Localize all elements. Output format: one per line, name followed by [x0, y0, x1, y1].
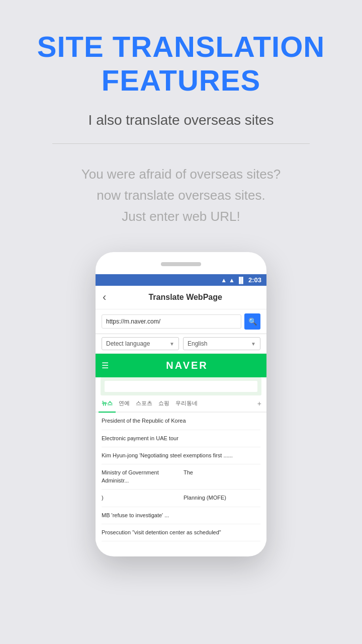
tab-add[interactable]: + — [255, 395, 263, 412]
target-language-label: English — [188, 340, 207, 347]
news-item[interactable]: ) Planning (MOFE) — [102, 490, 260, 507]
news-col-left: ) — [102, 494, 178, 502]
naver-tabs: 뉴스 연예 스포츠 쇼핑 우리동네 + — [96, 395, 266, 413]
source-language-select[interactable]: Detect language ▼ — [102, 337, 179, 350]
tab-community[interactable]: 우리동네 — [172, 395, 201, 412]
url-bar-container: 🔍 — [96, 309, 266, 334]
phone-notch — [161, 262, 201, 266]
search-button[interactable]: 🔍 — [244, 313, 260, 330]
back-button[interactable]: ‹ — [103, 291, 106, 304]
news-item[interactable]: Prosecution "visit detention center as s… — [102, 524, 260, 541]
naver-logo: NAVER — [114, 360, 260, 371]
news-col-right: Planning (MOFE) — [184, 494, 260, 502]
news-list: President of the Republic of Korea Elect… — [96, 413, 266, 541]
source-language-label: Detect language — [106, 340, 150, 347]
target-lang-arrow: ▼ — [251, 341, 256, 347]
app-header: ‹ Translate WebPage — [96, 286, 266, 309]
news-item[interactable]: MB 'refuse to investigate' ... — [102, 507, 260, 524]
search-icon: 🔍 — [248, 317, 257, 326]
news-col-right: The — [184, 469, 260, 485]
naver-header: ☰ NAVER — [96, 354, 266, 377]
tab-sports[interactable]: 스포츠 — [133, 395, 155, 412]
status-time: 2:03 — [248, 276, 261, 284]
news-item[interactable]: Kim Hyun-jong 'Negotiating steel exempti… — [102, 447, 260, 464]
divider — [52, 143, 310, 144]
battery-icon: ▐▌ — [237, 277, 245, 284]
hero-subtitle: I also translate overseas sites — [88, 112, 274, 128]
source-lang-arrow: ▼ — [169, 341, 174, 347]
news-item[interactable]: President of the Republic of Korea — [102, 413, 260, 430]
status-icons: ▲ ▲ ▐▌ — [221, 277, 245, 284]
phone-mockup: ▲ ▲ ▐▌ 2:03 ‹ Translate WebPage 🔍 Detect… — [96, 252, 266, 556]
description-text: You were afraid of overseas sites? now t… — [81, 164, 281, 227]
news-col-left: Ministry of Government Administr... — [102, 469, 178, 485]
naver-search-bar[interactable] — [101, 377, 261, 395]
language-selector-row: Detect language ▼ English ▼ — [96, 334, 266, 354]
tab-entertainment[interactable]: 연예 — [116, 395, 133, 412]
status-bar: ▲ ▲ ▐▌ 2:03 — [96, 274, 266, 286]
naver-search-input[interactable] — [105, 381, 257, 392]
news-item[interactable]: Ministry of Government Administr... The — [102, 464, 260, 490]
url-input[interactable] — [102, 314, 241, 329]
tab-shopping[interactable]: 쇼핑 — [155, 395, 172, 412]
page-title: SITE TRANSLATION FEATURES — [37, 30, 325, 97]
tab-news[interactable]: 뉴스 — [99, 395, 116, 413]
hamburger-icon[interactable]: ☰ — [102, 361, 109, 370]
app-title: Translate WebPage — [111, 293, 259, 302]
wifi-icon: ▲ — [221, 277, 227, 284]
signal-icon: ▲ — [229, 277, 235, 284]
target-language-select[interactable]: English ▼ — [183, 337, 260, 350]
news-item[interactable]: Electronic payment in UAE tour — [102, 430, 260, 447]
